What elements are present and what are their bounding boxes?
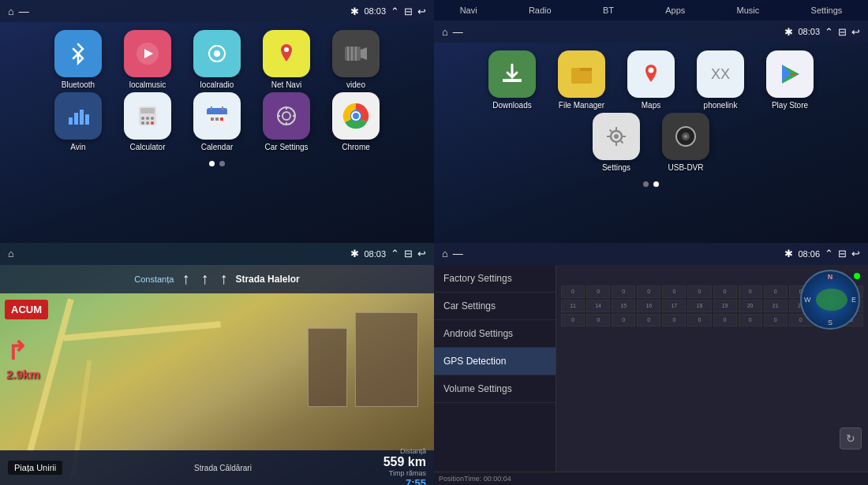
- app-playstore[interactable]: Play Store: [761, 50, 818, 110]
- minus-icon-4[interactable]: —: [453, 248, 463, 259]
- app-filemanager[interactable]: File Manager: [553, 50, 610, 110]
- app-video[interactable]: video: [327, 30, 384, 89]
- app-netnavi-label: Net Navi: [271, 80, 301, 89]
- app-filemanager-icon: [558, 50, 605, 98]
- app-chrome[interactable]: Chrome: [327, 92, 384, 151]
- time-display: 08:03: [364, 6, 386, 16]
- settings-menu: Factory Settings Car Settings Android Se…: [434, 265, 556, 472]
- apps-grid-right: Downloads File Manager Maps XX: [434, 43, 868, 177]
- app-settings[interactable]: Settings: [588, 113, 645, 172]
- nav-distance-left: 2.9km: [6, 367, 40, 381]
- app-phonelink[interactable]: XX phonelink: [692, 50, 749, 110]
- back-icon-3[interactable]: ↩: [417, 248, 426, 259]
- app-calendar-label: Calendar: [201, 143, 234, 151]
- panel-settings: ⌂ — ✱ 08:06 ⌃ ⊟ ↩ Factory Settings Car S…: [434, 243, 868, 486]
- back-icon[interactable]: ↩: [417, 6, 426, 17]
- app-usbdvr[interactable]: USB-DVR: [657, 113, 714, 172]
- signal-icon-4: ⌃: [825, 248, 833, 259]
- settings-body: Factory Settings Car Settings Android Se…: [434, 265, 868, 472]
- dot-2[interactable]: [219, 161, 225, 166]
- nav-settings[interactable]: Settings: [811, 6, 843, 15]
- nav-bt[interactable]: BT: [603, 6, 614, 15]
- app-localradio-icon: [193, 30, 241, 77]
- back-icon-4[interactable]: ↩: [851, 248, 860, 259]
- dot-r2[interactable]: [653, 181, 659, 187]
- usb-icon-2: ⊟: [838, 26, 847, 38]
- topbar-panel1: ⌂ — ✱ 08:03 ⌃ ⊟ ↩: [0, 0, 434, 22]
- svg-rect-5: [345, 47, 361, 61]
- nav-apps[interactable]: Apps: [665, 6, 685, 15]
- apps-row-r1: Downloads File Manager Maps XX: [484, 50, 818, 110]
- svg-rect-10: [69, 118, 73, 125]
- app-avin[interactable]: Avin: [50, 92, 107, 151]
- top-nav-bar: Navi Radio BT Apps Music Settings: [434, 0, 868, 21]
- svg-rect-27: [211, 118, 214, 121]
- back-icon-2[interactable]: ↩: [851, 26, 860, 38]
- svg-point-3: [214, 50, 220, 57]
- app-localmusic[interactable]: localmusic: [119, 30, 176, 89]
- topbar-panel2: ⌂ — ✱ 08:03 ⌃ ⊟ ↩: [434, 21, 868, 43]
- app-maps[interactable]: Maps: [623, 50, 679, 110]
- grid-cell: 0: [637, 285, 660, 298]
- home-icon-2[interactable]: ⌂: [442, 26, 448, 38]
- bt-icon-3: ✱: [350, 248, 359, 259]
- refresh-button[interactable]: ↻: [840, 427, 862, 450]
- dot-1[interactable]: [209, 161, 215, 166]
- nav-map: Constanța ↑ ↑ ↑ Strada Halelor ACUM ↰ 2.…: [0, 265, 434, 486]
- panel-app-right: Navi Radio BT Apps Music Settings ⌂ — ✱ …: [434, 0, 868, 243]
- app-netnavi[interactable]: Net Navi: [258, 30, 315, 89]
- app-avin-label: Avin: [70, 143, 85, 151]
- app-settings-label: Settings: [602, 163, 630, 172]
- app-chrome-label: Chrome: [342, 143, 370, 151]
- nav-music[interactable]: Music: [737, 6, 760, 15]
- svg-rect-40: [503, 79, 522, 82]
- menu-gps-detection[interactable]: GPS Detection: [434, 348, 556, 375]
- page-dots-1: [0, 156, 434, 170]
- grid-cell: 16: [637, 300, 660, 312]
- home-icon-4[interactable]: ⌂: [442, 248, 448, 259]
- page-dots-2: [434, 177, 868, 190]
- app-localmusic-icon: [124, 30, 171, 77]
- menu-android-settings[interactable]: Android Settings: [434, 320, 556, 348]
- nav-radio[interactable]: Radio: [529, 6, 552, 15]
- app-localmusic-label: localmusic: [129, 80, 166, 89]
- usb-icon-4: ⊟: [838, 248, 847, 259]
- menu-volume-settings[interactable]: Volume Settings: [434, 375, 556, 403]
- nav-navi[interactable]: Navi: [460, 6, 477, 15]
- home-icon[interactable]: ⌂: [8, 6, 14, 17]
- time-display-2: 08:03: [798, 27, 820, 36]
- app-carsettings[interactable]: Car Settings: [258, 92, 315, 151]
- svg-point-19: [141, 121, 144, 125]
- apps-row-r2: Settings USB-DVR: [588, 113, 714, 172]
- app-localradio[interactable]: localradio: [189, 30, 245, 89]
- menu-factory-settings[interactable]: Factory Settings: [434, 265, 556, 293]
- svg-line-54: [621, 141, 623, 144]
- svg-rect-12: [80, 110, 84, 125]
- svg-point-21: [151, 121, 154, 125]
- app-calendar[interactable]: Calendar: [189, 92, 245, 151]
- nav-time-label: Timp rămas: [383, 469, 426, 477]
- nav-arrow-left: ↑: [181, 270, 189, 288]
- app-downloads[interactable]: Downloads: [484, 50, 541, 110]
- nav-dist-val: 559 km: [383, 455, 426, 469]
- menu-car-settings[interactable]: Car Settings: [434, 293, 556, 320]
- app-netnavi-icon: [263, 30, 310, 77]
- app-usbdvr-icon: [662, 113, 709, 160]
- app-calculator[interactable]: Calculator: [119, 92, 176, 151]
- grid-cell: 0: [662, 285, 686, 298]
- app-calendar-icon: [193, 92, 241, 140]
- dot-r1[interactable]: [643, 181, 649, 187]
- grid-cell: 0: [586, 314, 610, 326]
- panel-app-left: ⌂ — ✱ 08:03 ⌃ ⊟ ↩ Bluetooth: [0, 0, 434, 243]
- app-filemanager-label: File Manager: [559, 101, 604, 110]
- nav-turn-icon: ↰: [6, 336, 28, 366]
- svg-rect-24: [207, 112, 227, 114]
- svg-point-39: [353, 113, 359, 119]
- grid-cell: 17: [662, 300, 686, 312]
- minus-icon[interactable]: —: [19, 6, 29, 17]
- app-bluetooth[interactable]: Bluetooth: [50, 30, 107, 89]
- app-downloads-label: Downloads: [492, 101, 531, 110]
- home-icon-3[interactable]: ⌂: [8, 248, 14, 259]
- settings-footer: PositionTime: 00:00:04: [434, 472, 868, 485]
- minus-icon-2[interactable]: —: [453, 26, 463, 38]
